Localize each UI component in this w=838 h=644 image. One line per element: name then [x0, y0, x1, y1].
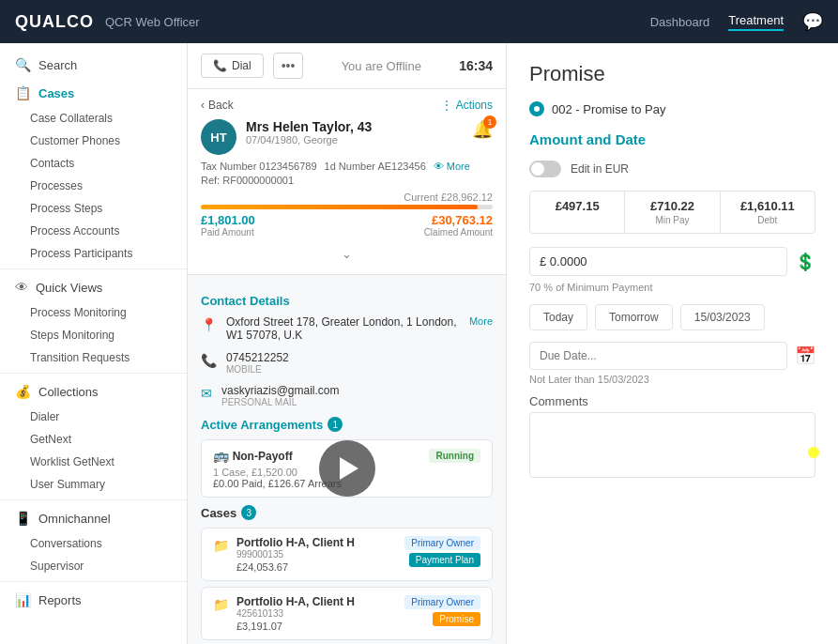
- card-nav: ‹ Back ⋮ Actions: [201, 99, 493, 112]
- case-amount-2: £3,191.07: [236, 621, 355, 632]
- sidebar-item-worklist-getnext[interactable]: Worklist GetNext: [0, 451, 187, 473]
- dial-button[interactable]: 📞 Dial: [201, 54, 264, 78]
- sidebar-item-supervisor[interactable]: Supervisor: [0, 555, 187, 577]
- currency-icon[interactable]: 💲: [795, 252, 815, 272]
- chat-icon[interactable]: 💬: [802, 11, 823, 32]
- avatar: HT: [201, 119, 236, 155]
- back-label: Back: [208, 99, 234, 112]
- amount-value-3: £1,610.11: [730, 199, 805, 213]
- sidebar-item-process-participants[interactable]: Process Participants: [0, 242, 187, 265]
- sidebar-item-processes[interactable]: Processes: [0, 175, 187, 197]
- sidebar-item-customer-phones[interactable]: Customer Phones: [0, 130, 187, 152]
- case-amount-1: £24,053.67: [236, 561, 355, 573]
- progress-amounts: £1,801.00 Paid Amount £30,763.12 Claimed…: [201, 213, 493, 238]
- collections-icon: 💰: [15, 384, 31, 399]
- case-info-2: 📁 Portfolio H-A, Client H 425610133 £3,1…: [213, 595, 355, 632]
- expand-chevron[interactable]: ⌄: [201, 243, 493, 265]
- cases-icon: 📋: [15, 85, 31, 100]
- amount-label-3: Debt: [730, 215, 805, 225]
- sidebar-item-process-monitoring[interactable]: Process Monitoring: [0, 301, 187, 324]
- primary-owner-badge-2: Primary Owner: [404, 595, 480, 609]
- primary-owner-badge-1: Primary Owner: [404, 536, 480, 550]
- email-info: vaskyriazis@gmail.com PERSONAL MAIL: [221, 384, 340, 407]
- phone-type: MOBILE: [226, 364, 289, 375]
- date-btn-row: Today Tomorrow 15/03/2023: [529, 304, 815, 330]
- eur-toggle[interactable]: [529, 161, 561, 177]
- radio-dot-inner: [534, 106, 540, 112]
- dots-label: •••: [282, 58, 296, 73]
- arrangement-title: Non-Payoff: [233, 450, 293, 463]
- current-amount: £28,962.12: [441, 192, 493, 203]
- scroll-content[interactable]: Contact Details 📍 Oxford Street 178, Gre…: [188, 275, 506, 644]
- omnichannel-icon: 📱: [15, 511, 31, 526]
- more-link[interactable]: 👁 More: [434, 161, 470, 172]
- sidebar-item-process-steps[interactable]: Process Steps: [0, 197, 187, 220]
- address-line: Oxford Street 178, Greater London, 1 Lon…: [226, 315, 460, 342]
- payment-plan-badge: Payment Plan: [409, 553, 480, 567]
- nav-treatment[interactable]: Treatment: [728, 13, 784, 31]
- notification-bell[interactable]: 🔔 1: [472, 119, 493, 140]
- sidebar-section-collections[interactable]: 💰 Collections: [0, 377, 187, 406]
- sidebar-item-dialer[interactable]: Dialer: [0, 406, 187, 428]
- comments-textarea[interactable]: [529, 412, 815, 478]
- tax-number: Tax Number 0123456789: [201, 161, 317, 172]
- amount-input[interactable]: [529, 247, 787, 276]
- nav-dashboard[interactable]: Dashboard: [650, 15, 710, 29]
- contact-meta: Tax Number 0123456789 1d Number AE123456…: [201, 161, 493, 172]
- sidebar-search-label: Search: [38, 58, 77, 72]
- due-date-input[interactable]: [529, 342, 787, 370]
- sidebar-cases-label: Cases: [38, 86, 74, 100]
- sidebar-section-quick-views[interactable]: 👁 Quick Views: [0, 273, 187, 301]
- today-button[interactable]: Today: [529, 304, 587, 330]
- progress-section: Current £28,962.12 £1,801.00 Paid Amount…: [201, 192, 493, 238]
- case-badges-1: Primary Owner Payment Plan: [404, 536, 480, 567]
- id-number: 1d Number AE123456: [325, 161, 426, 172]
- date-03-button[interactable]: 15/03/2023: [680, 304, 765, 330]
- case-item-1[interactable]: 📁 Portfolio H-A, Client H 999000135 £24,…: [201, 528, 493, 581]
- phone-number: 0745212252: [226, 351, 289, 364]
- sidebar-section-omnichannel[interactable]: 📱 Omnichannel: [0, 504, 187, 532]
- amount-value-2: £710.22: [634, 199, 709, 213]
- contact-details-header: Contact Details: [201, 294, 493, 308]
- search-icon: 🔍: [15, 57, 31, 72]
- play-button[interactable]: [319, 440, 375, 497]
- back-button[interactable]: ‹ Back: [201, 99, 234, 112]
- claimed-label: Claimed Amount: [424, 227, 493, 238]
- tomorrow-button[interactable]: Tomorrow: [595, 304, 673, 330]
- sidebar-item-contacts[interactable]: Contacts: [0, 152, 187, 175]
- radio-option[interactable]: 002 - Promise to Pay: [529, 101, 815, 116]
- amount-cell-1: £497.15: [530, 192, 625, 233]
- sidebar-section-reports[interactable]: 📊 Reports: [0, 586, 187, 614]
- amount-input-row: 💲: [529, 247, 815, 276]
- promise-title: Promise: [529, 62, 815, 86]
- sidebar-section-cases[interactable]: 📋 Cases: [0, 79, 187, 107]
- sidebar-item-getnext[interactable]: GetNext: [0, 428, 187, 451]
- due-date-row: 📅: [529, 342, 815, 370]
- calendar-icon[interactable]: 📅: [795, 345, 815, 366]
- sidebar-item-process-accounts[interactable]: Process Accounts: [0, 220, 187, 242]
- sidebar-search[interactable]: 🔍 Search: [0, 51, 187, 79]
- sidebar-item-user-summary[interactable]: User Summary: [0, 473, 187, 496]
- case-item-2[interactable]: 📁 Portfolio H-A, Client H 425610133 £3,1…: [201, 587, 493, 640]
- contact-dob: 07/04/1980, George: [246, 134, 372, 146]
- email-type: PERSONAL MAIL: [221, 397, 340, 407]
- notification-badge: 1: [483, 115, 496, 129]
- sidebar: 🔍 Search 📋 Cases Case Collaterals Custom…: [0, 43, 188, 644]
- address-more[interactable]: More: [469, 315, 493, 327]
- content-area: 📞 Dial ••• You are Offline 16:34 ‹ Back: [188, 43, 838, 644]
- location-icon: 📍: [201, 317, 217, 332]
- sidebar-item-case-collaterals[interactable]: Case Collaterals: [0, 107, 187, 130]
- middle-panel: 📞 Dial ••• You are Offline 16:34 ‹ Back: [188, 43, 507, 644]
- address-text: Oxford Street 178, Greater London, 1 Lon…: [226, 315, 460, 342]
- sidebar-item-steps-monitoring[interactable]: Steps Monitoring: [0, 324, 187, 346]
- comments-label: Comments: [529, 394, 815, 408]
- dial-time: 16:34: [459, 58, 493, 73]
- case-id-1: 999000135: [236, 549, 355, 560]
- sidebar-item-conversations[interactable]: Conversations: [0, 532, 187, 555]
- dial-more-button[interactable]: •••: [273, 53, 304, 79]
- actions-button[interactable]: ⋮ Actions: [441, 99, 493, 112]
- claimed-amount: £30,763.12: [424, 213, 493, 227]
- arrangements-header: Active Arrangements: [201, 418, 323, 432]
- sidebar-item-transition-requests[interactable]: Transition Requests: [0, 346, 187, 369]
- claimed-section: £30,763.12 Claimed Amount: [424, 213, 493, 238]
